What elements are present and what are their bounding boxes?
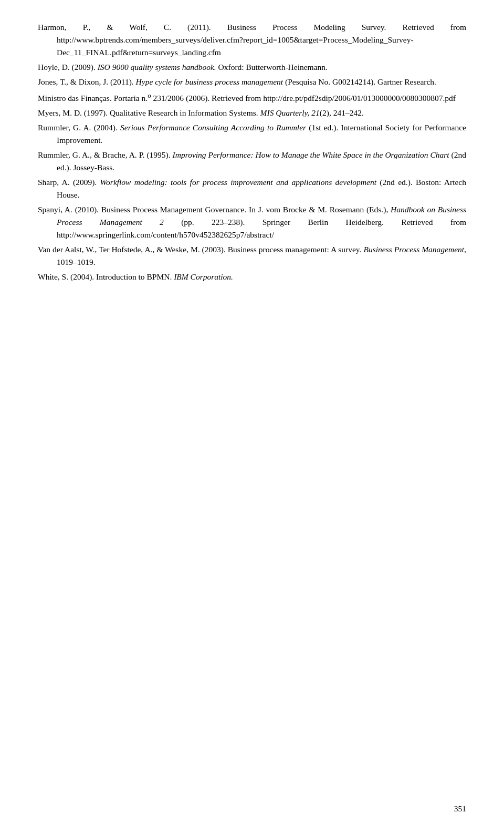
list-item: Spanyi, A. (2010). Business Process Mana… [38,203,466,241]
list-item: Rummler, G. A. (2004). Serious Performan… [38,121,466,147]
list-item: Hoyle, D. (2009). ISO 9000 quality syste… [38,61,466,74]
list-item: Myers, M. D. (1997). Qualitative Researc… [38,107,466,119]
list-item: Harmon, P., & Wolf, C. (2011). Business … [38,21,466,59]
reference-text: Rummler, G. A., & Brache, A. P. (1995). … [38,150,466,172]
reference-text: Myers, M. D. (1997). Qualitative Researc… [38,108,364,117]
reference-text: Van der Aalst, W., Ter Hofstede, A., & W… [38,245,466,266]
reference-text: Spanyi, A. (2010). Business Process Mana… [38,205,466,239]
page: Harmon, P., & Wolf, C. (2011). Business … [0,0,504,834]
list-item: Van der Aalst, W., Ter Hofstede, A., & W… [38,243,466,269]
list-item: Rummler, G. A., & Brache, A. P. (1995). … [38,149,466,174]
page-number: 351 [454,802,466,815]
reference-text: Ministro das Finanças. Portaria n.o 231/… [38,94,456,102]
reference-block: Harmon, P., & Wolf, C. (2011). Business … [38,21,466,283]
list-item: Ministro das Finanças. Portaria n.o 231/… [38,90,466,105]
reference-text: Rummler, G. A. (2004). Serious Performan… [38,123,466,145]
list-item: Jones, T., & Dixon, J. (2011). Hype cycl… [38,76,466,88]
reference-text: White, S. (2004). Introduction to BPMN. … [38,272,233,281]
list-item: Sharp, A. (2009). Workflow modeling: too… [38,176,466,201]
list-item: White, S. (2004). Introduction to BPMN. … [38,271,466,283]
reference-text: Sharp, A. (2009). Workflow modeling: too… [38,178,466,199]
reference-text: Hoyle, D. (2009). ISO 9000 quality syste… [38,63,328,71]
reference-text: Harmon, P., & Wolf, C. (2011). Business … [38,23,466,57]
reference-text: Jones, T., & Dixon, J. (2011). Hype cycl… [38,77,436,86]
